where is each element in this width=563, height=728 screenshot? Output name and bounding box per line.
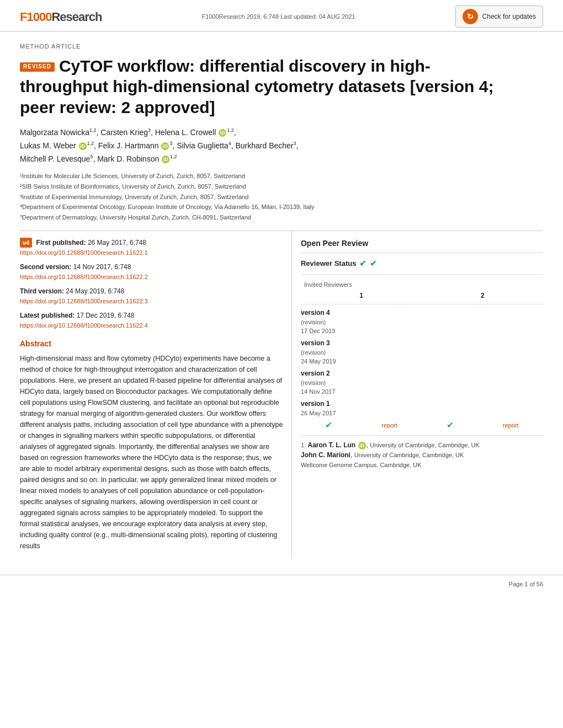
reviewer1-num: 1. [301,442,306,448]
invited-reviewers-header: Invited Reviewers [301,280,543,290]
abstract-title: Abstract [20,338,284,350]
first-published-label: First published: [36,239,86,247]
v1-check-1: ✔ [325,419,332,432]
reviewer1-name: Aaron T. L. Lun [307,441,355,449]
logo-1000: 1000 [26,10,51,24]
author-weber: Lukas M. Weber [20,141,76,150]
second-version-link[interactable]: https://doi.org/10.12688/f1000research.1… [20,274,148,280]
journal-info: F1000Research 2019, 6:748 Last updated: … [201,12,355,22]
reviewer2-affiliation2: Wellcome Genome Campus, Cambridge, UK [301,462,422,468]
footer: Page 1 of 56 [0,575,563,589]
invited-reviewers-label: Invited Reviewers [304,280,352,290]
v1-report-link-2[interactable]: report [503,421,519,430]
version-third: Third version: 24 May 2019, 6:748 https:… [20,286,284,306]
latest-link[interactable]: https://doi.org/10.12688/f1000research.1… [20,322,148,329]
check-mark-1: ✔ [359,258,367,270]
peer-version-2: version 2 (revision) 14 Nov 2017 [301,368,543,397]
peer-v2-sub2: 14 Nov 2017 [301,387,543,397]
check-updates-label: Check for updates [482,13,536,20]
revised-badge: REVISED [20,62,55,72]
article-type-label: METHOD ARTICLE [20,42,543,51]
logo: F1000Research [20,8,102,26]
third-version-link[interactable]: https://doi.org/10.12688/f1000research.1… [20,298,148,304]
peer-v2-sub1: (revision) [301,378,543,388]
peer-v4-label: version 4 [301,308,543,318]
abstract-section: Abstract High-dimensional mass and flow … [20,338,284,552]
reviewer2-affiliation1: University of Cambridge, Cambridge, UK [354,452,464,458]
second-version-label: Second version: [20,263,71,271]
peer-v3-label: version 3 [301,338,543,348]
reviewer-status-label: Reviewer Status [301,258,356,269]
affiliations: ¹Institute for Molecular Life Sciences, … [20,171,543,222]
main-content: METHOD ARTICLE REVISEDCyTOF workflow: di… [0,32,563,558]
two-column-section: v4 First published: 26 May 2017, 6:748 h… [20,231,543,559]
latest-date: 17 Dec 2019, 6:748 [77,312,135,319]
title-line1: CyTOF workflow: differential discovery i… [59,57,431,75]
orcid-icon-reviewer1: iD [358,442,366,449]
peer-version-1: version 1 26 May 2017 ✔ report ✔ report [301,399,543,432]
reviewer-status-row: Reviewer Status ✔ ✔ [301,258,543,275]
authors: Malgorzata Nowicka1,2, Carsten Krieg3, H… [20,126,543,165]
left-column: v4 First published: 26 May 2017, 6:748 h… [20,231,292,559]
affiliation-5: ⁵Department of Dermatology, University H… [20,212,543,223]
peer-version-3: version 3 (revision) 24 May 2019 [301,338,543,366]
v1-check-2: ✔ [447,419,454,432]
open-peer-review-title: Open Peer Review [301,238,543,253]
logo-research: Research [51,10,102,24]
author-levesque: Mitchell P. Levesque5, Mark D. Robinson [20,154,161,163]
affiliation-3: ³Institute of Experimental Immunology, U… [20,192,543,202]
reviewer-info: 1. Aaron T. L. Lun iD, University of Cam… [301,435,543,470]
third-version-label: Third version: [20,287,64,295]
check-updates-icon: ↻ [463,9,478,24]
page-info: Page 1 of 56 [509,581,543,587]
affiliation-1: ¹Institute for Molecular Life Sciences, … [20,171,543,181]
author-hartmann: , Felix J. Hartmann [94,141,161,150]
orcid-icon-robinson: iD [162,156,169,163]
third-version-date: 24 May 2019, 6:748 [66,287,124,295]
header: F1000Research F1000Research 2019, 6:748 … [0,0,563,32]
reviewer-col-1: 1 [359,291,363,301]
first-published-link[interactable]: https://doi.org/10.12688/f1000research.1… [20,249,148,256]
v1-report-link-1[interactable]: report [381,421,397,430]
check-mark-2: ✔ [370,258,377,270]
title-line3: peer review: 2 approved] [20,98,215,116]
peer-v1-date: 26 May 2017 [301,409,543,418]
peer-v4-sub2: 17 Dec 2019 [301,326,543,336]
orcid-icon-crowell: iD [219,129,226,137]
orcid-icon-hartmann: iD [161,142,169,150]
peer-v3-sub2: 24 May 2019 [301,357,543,366]
reviewer2-name: John C. Marioni [301,451,350,459]
title-line2: throughput high-dimensional cytometry da… [20,77,493,95]
author-guglietta: , Silvia Guglietta4, Burkhard Becher3, [172,141,298,150]
version-first: v4 First published: 26 May 2017, 6:748 h… [20,238,284,258]
check-updates-button[interactable]: ↻ Check for updates [455,6,543,28]
affiliation-2: ²SIB Swiss Institute of Bioinformatics, … [20,181,543,192]
peer-v1-label: version 1 [301,399,543,409]
version-latest: Latest published: 17 Dec 2019, 6:748 htt… [20,311,284,330]
reviewer1-affiliation1: University of Cambridge, Cambridge, UK [370,442,480,448]
orcid-icon-weber: iD [79,142,87,150]
latest-label: Latest published: [20,312,75,319]
peer-v4-sub1: (revision) [301,318,543,327]
logo-f: F [20,10,26,24]
second-version-date: 14 Nov 2017, 6:748 [73,263,131,271]
affiliation-4: ⁴Department of Experimental Oncology, Eu… [20,202,543,212]
right-column: Open Peer Review Reviewer Status ✔ ✔ Inv… [292,231,543,559]
first-published-date: 26 May 2017, 6:748 [88,239,146,247]
v4-badge: v4 [20,238,32,248]
peer-v2-label: version 2 [301,368,543,378]
peer-version-4: version 4 (revision) 17 Dec 2019 [301,308,543,336]
abstract-text: High-dimensional mass and flow cytometry… [20,353,284,552]
article-title: REVISEDCyTOF workflow: differential disc… [20,56,543,118]
peer-v3-sub1: (revision) [301,348,543,357]
version-second: Second version: 14 Nov 2017, 6:748 https… [20,262,284,282]
reviewer-col-2: 2 [481,291,485,301]
author-nowicka: Malgorzata Nowicka1,2, Carsten Krieg3, H… [20,128,216,137]
peer-v1-reports: ✔ report ✔ report [301,419,543,432]
invited-reviewers-cols: 1 2 [301,291,543,304]
page: F1000Research F1000Research 2019, 6:748 … [0,0,563,728]
